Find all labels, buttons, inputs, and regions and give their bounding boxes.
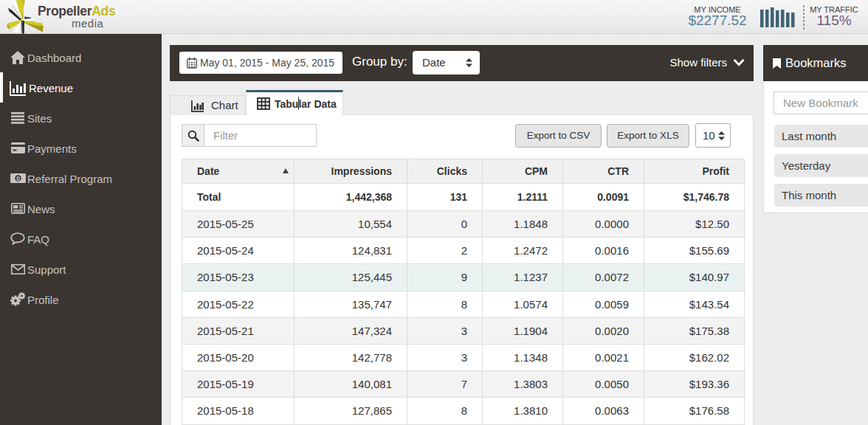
svg-text:0: 0: [16, 175, 19, 182]
